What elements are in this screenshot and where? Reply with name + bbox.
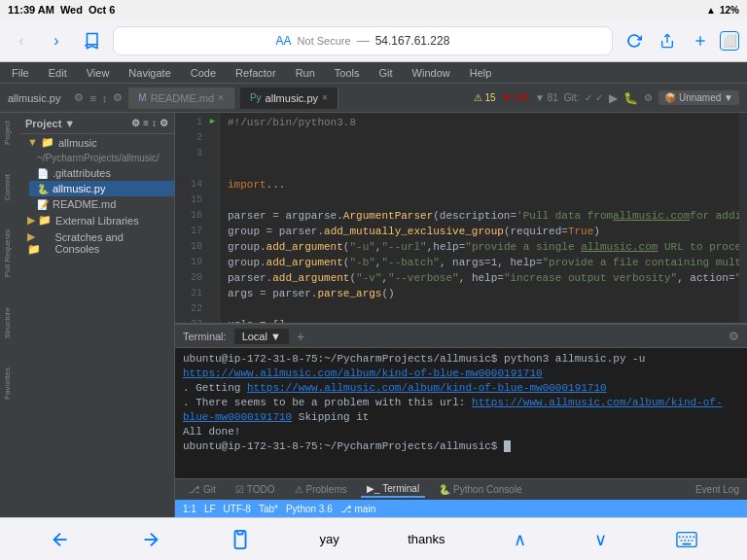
svg-rect-3 [237,530,243,534]
code-content[interactable]: #!/usr/bin/python3.8 import ... parser =… [220,113,739,323]
debug-button[interactable]: 🐛 [623,91,638,105]
python-console-tab-icon: 🐍 [439,484,450,495]
wifi-icon: ▲ [706,5,716,16]
terminal-settings-btn[interactable]: ⚙ [729,330,739,343]
sidebar-pullreq-icon[interactable]: Pull Requests [1,226,18,281]
settings-button[interactable]: ⚙ [644,92,653,103]
terminal-link-1[interactable]: https://www.allmusic.com/album/kind-of-b… [183,368,543,379]
toolbar-icon1[interactable]: ⚙ [74,91,84,104]
toolbar-icon2[interactable]: ≡ [89,92,95,104]
ios-clipboard-button[interactable] [230,529,251,550]
back-button[interactable]: ‹ [8,27,35,54]
ios-forward-button[interactable] [140,529,161,550]
tab-terminal[interactable]: ▶_ Terminal [361,481,425,498]
project-icon-3[interactable]: ↕ [152,118,157,128]
menu-view[interactable]: View [83,65,114,81]
menu-file[interactable]: File [8,65,33,81]
terminal-tab-icon: ▶_ [367,483,380,494]
address-bar[interactable]: AA Not Secure — 54.167.61.228 [113,26,613,55]
code-line-16: parser = argparse.ArgumentParser(descrip… [228,208,731,224]
tab-python-console[interactable]: 🐍 Python Console [433,482,528,497]
ip-address: 54.167.61.228 [375,34,450,48]
new-tab-button[interactable] [687,27,714,54]
terminal-local-tab[interactable]: Local ▼ [234,329,289,344]
terminal-label: Terminal: [183,331,227,342]
ios-up-button[interactable]: ∧ [514,529,526,550]
tabs-overview-button[interactable]: ⬜ [720,31,739,51]
status-time: 11:39 AM [8,4,54,16]
ios-back-button[interactable] [50,529,71,550]
sidebar-favorites-icon[interactable]: Favorites [1,364,18,403]
sidebar-project-icon[interactable]: Project [1,117,18,149]
share-button[interactable] [654,27,681,54]
toolbar-icon3[interactable]: ↕ [102,92,108,104]
ios-down-button[interactable]: ∨ [594,529,607,550]
main-content: Project Commit Pull Requests Structure F… [0,113,747,517]
warning-badge: ⚠ 15 [474,92,496,103]
code-editor: 1 2 3 14 15 16 17 18 19 20 21 22 23 24 2… [175,113,747,517]
menu-code[interactable]: Code [187,65,220,81]
unnamed-dropdown[interactable]: 📦 Unnamed ▼ [658,90,739,105]
menu-tools[interactable]: Tools [331,65,364,81]
tree-item-gitattributes[interactable]: 📄 .gitattributes [29,165,174,181]
tree-item-scratches[interactable]: ▶ 📁 Scratches and Consoles [19,228,174,258]
run-button[interactable]: ▶ [609,91,618,105]
ios-keyboard-button[interactable] [676,531,697,548]
problems-tab-icon: ⚠ [295,484,303,495]
bottom-tabs-bar: ⎇ Git ☑ TODO ⚠ Problems ▶_ Terminal 🐍 [175,478,747,500]
error-badge: ⚑ 146 [502,92,529,103]
reload-button[interactable] [621,27,648,54]
project-header: Project ▼ ⚙ ≡ ↕ ⚙ [19,113,174,134]
tree-item-allmusic[interactable]: ▼ 📁 allmusic [19,134,174,151]
tree-item-external-libs[interactable]: ▶ 📁 External Libraries [19,212,174,228]
sidebar-structure-icon[interactable]: Structure [1,303,18,342]
forward-button[interactable]: › [43,27,70,54]
status-python-version: Python 3.6 [286,504,333,514]
readme-tab[interactable]: M README.md × [128,88,234,109]
tree-item-allmusic-py[interactable]: 🐍 allmusic.py [29,181,174,196]
event-log-btn[interactable]: Event Log [695,484,739,495]
tab-git[interactable]: ⎇ Git [183,482,222,497]
allmusic-tab[interactable]: Py allmusic.py × [240,88,338,109]
terminal-link-2[interactable]: https://www.allmusic.com/album/kind-of-b… [247,382,607,394]
allmusic-tab-close[interactable]: × [322,92,328,103]
ios-bottom-bar: yay thanks ∧ ∨ [0,517,747,560]
project-icon-4[interactable]: ⚙ [160,118,168,128]
scratches-icon: ▶ 📁 [27,230,51,256]
code-line-18: group.add_argument("-u", "--url", help="… [228,239,731,255]
tab-problems[interactable]: ⚠ Problems [289,482,353,497]
code-line-1: #!/usr/bin/python3.8 [228,115,731,130]
status-date: Oct 6 [89,4,116,16]
menu-git[interactable]: Git [375,65,397,81]
menu-edit[interactable]: Edit [45,65,71,81]
terminal-panel: Terminal: Local ▼ + ⚙ ubuntu@ip-172-31-8… [175,323,747,478]
tab-todo[interactable]: ☑ TODO [230,482,281,497]
not-secure-label: Not Secure [298,35,351,47]
file-icon-md: 📝 [37,199,49,210]
editor-area[interactable]: 1 2 3 14 15 16 17 18 19 20 21 22 23 24 2… [175,113,747,323]
menu-bar: File Edit View Navigate Code Refactor Ru… [0,62,747,84]
terminal-add-tab[interactable]: + [297,329,304,344]
status-branch: ⎇ main [340,504,375,514]
menu-run[interactable]: Run [292,65,319,81]
menu-help[interactable]: Help [466,65,496,81]
editor-scrollbar[interactable] [739,113,747,323]
code-line-20: parser.add_argument("-v", "--verbose", h… [228,270,731,286]
sidebar-icons-panel: Project Commit Pull Requests Structure F… [0,113,19,517]
editor-gutter: ▶ [206,113,220,323]
readme-tab-close[interactable]: × [218,92,224,103]
project-label: Project ▼ [25,118,75,129]
project-tree: Project ▼ ⚙ ≡ ↕ ⚙ ▼ 📁 allmusic ~/Pycharm… [19,113,175,517]
bookmark-button[interactable] [78,27,105,54]
project-icon-2[interactable]: ≡ [143,118,149,128]
ext-libs-icon: ▶ 📁 [27,214,52,227]
status-lf: LF [204,504,216,514]
menu-navigate[interactable]: Navigate [124,65,174,81]
project-icon-1[interactable]: ⚙ [131,118,140,128]
tree-item-readme[interactable]: 📝 README.md [29,196,174,212]
toolbar-icon4[interactable]: ⚙ [113,91,123,104]
menu-window[interactable]: Window [409,65,454,81]
menu-refactor[interactable]: Refactor [231,65,280,81]
sidebar-commit-icon[interactable]: Commit [1,170,18,205]
aa-label: AA [276,34,292,48]
